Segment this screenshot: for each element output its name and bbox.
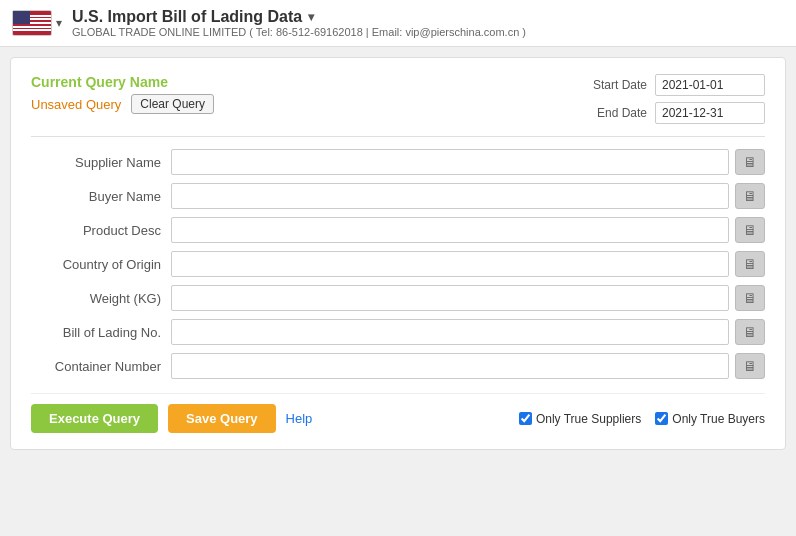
input-country-of-origin[interactable] — [171, 251, 729, 277]
filter-button-bill-of-lading-no[interactable]: 🖥 — [735, 319, 765, 345]
footer: Execute Query Save Query Help Only True … — [31, 393, 765, 433]
label-container-number: Container Number — [31, 359, 171, 374]
filter-button-container-number[interactable]: 🖥 — [735, 353, 765, 379]
form-row-supplier-name: Supplier Name🖥 — [31, 149, 765, 175]
filter-icon-container-number: 🖥 — [743, 358, 757, 374]
start-date-label: Start Date — [577, 78, 647, 92]
help-button[interactable]: Help — [286, 411, 313, 426]
header-subtitle: GLOBAL TRADE ONLINE LIMITED ( Tel: 86-51… — [72, 26, 526, 38]
header-title-main: U.S. Import Bill of Lading Data ▾ — [72, 8, 526, 26]
footer-checkboxes: Only True Suppliers Only True Buyers — [519, 412, 765, 426]
query-left: Current Query Name Unsaved Query Clear Q… — [31, 74, 214, 114]
form-section: Supplier Name🖥Buyer Name🖥Product Desc🖥Co… — [31, 149, 765, 379]
title-dropdown-icon[interactable]: ▾ — [308, 10, 314, 24]
form-row-product-desc: Product Desc🖥 — [31, 217, 765, 243]
input-buyer-name[interactable] — [171, 183, 729, 209]
filter-button-product-desc[interactable]: 🖥 — [735, 217, 765, 243]
form-row-weight-kg: Weight (KG)🖥 — [31, 285, 765, 311]
query-section: Current Query Name Unsaved Query Clear Q… — [31, 74, 765, 137]
label-bill-of-lading-no: Bill of Lading No. — [31, 325, 171, 340]
save-query-button[interactable]: Save Query — [168, 404, 276, 433]
only-true-suppliers-label[interactable]: Only True Suppliers — [519, 412, 641, 426]
input-weight-kg[interactable] — [171, 285, 729, 311]
only-true-suppliers-text: Only True Suppliers — [536, 412, 641, 426]
only-true-buyers-checkbox[interactable] — [655, 412, 668, 425]
input-product-desc[interactable] — [171, 217, 729, 243]
app-title: U.S. Import Bill of Lading Data — [72, 8, 302, 26]
execute-query-button[interactable]: Execute Query — [31, 404, 158, 433]
filter-button-country-of-origin[interactable]: 🖥 — [735, 251, 765, 277]
form-row-buyer-name: Buyer Name🖥 — [31, 183, 765, 209]
current-query-label: Current Query Name — [31, 74, 214, 90]
clear-query-button[interactable]: Clear Query — [131, 94, 214, 114]
header-title-block: U.S. Import Bill of Lading Data ▾ GLOBAL… — [72, 8, 526, 38]
query-right: Start Date End Date — [577, 74, 765, 124]
label-buyer-name: Buyer Name — [31, 189, 171, 204]
filter-button-supplier-name[interactable]: 🖥 — [735, 149, 765, 175]
input-container-number[interactable] — [171, 353, 729, 379]
form-row-bill-of-lading-no: Bill of Lading No.🖥 — [31, 319, 765, 345]
start-date-input[interactable] — [655, 74, 765, 96]
filter-icon-product-desc: 🖥 — [743, 222, 757, 238]
label-product-desc: Product Desc — [31, 223, 171, 238]
filter-button-weight-kg[interactable]: 🖥 — [735, 285, 765, 311]
flag-container: ▾ — [12, 10, 62, 36]
us-flag-icon — [12, 10, 52, 36]
flag-dropdown-icon[interactable]: ▾ — [56, 16, 62, 30]
filter-icon-supplier-name: 🖥 — [743, 154, 757, 170]
only-true-buyers-label[interactable]: Only True Buyers — [655, 412, 765, 426]
filter-icon-bill-of-lading-no: 🖥 — [743, 324, 757, 340]
end-date-label: End Date — [577, 106, 647, 120]
filter-icon-weight-kg: 🖥 — [743, 290, 757, 306]
label-weight-kg: Weight (KG) — [31, 291, 171, 306]
start-date-row: Start Date — [577, 74, 765, 96]
form-row-container-number: Container Number🖥 — [31, 353, 765, 379]
filter-icon-buyer-name: 🖥 — [743, 188, 757, 204]
only-true-buyers-text: Only True Buyers — [672, 412, 765, 426]
app-header: ▾ U.S. Import Bill of Lading Data ▾ GLOB… — [0, 0, 796, 47]
label-country-of-origin: Country of Origin — [31, 257, 171, 272]
label-supplier-name: Supplier Name — [31, 155, 171, 170]
main-panel: Current Query Name Unsaved Query Clear Q… — [10, 57, 786, 450]
form-row-country-of-origin: Country of Origin🖥 — [31, 251, 765, 277]
filter-button-buyer-name[interactable]: 🖥 — [735, 183, 765, 209]
only-true-suppliers-checkbox[interactable] — [519, 412, 532, 425]
end-date-input[interactable] — [655, 102, 765, 124]
filter-icon-country-of-origin: 🖥 — [743, 256, 757, 272]
unsaved-query-label: Unsaved Query — [31, 97, 121, 112]
query-status-row: Unsaved Query Clear Query — [31, 94, 214, 114]
input-bill-of-lading-no[interactable] — [171, 319, 729, 345]
input-supplier-name[interactable] — [171, 149, 729, 175]
end-date-row: End Date — [577, 102, 765, 124]
